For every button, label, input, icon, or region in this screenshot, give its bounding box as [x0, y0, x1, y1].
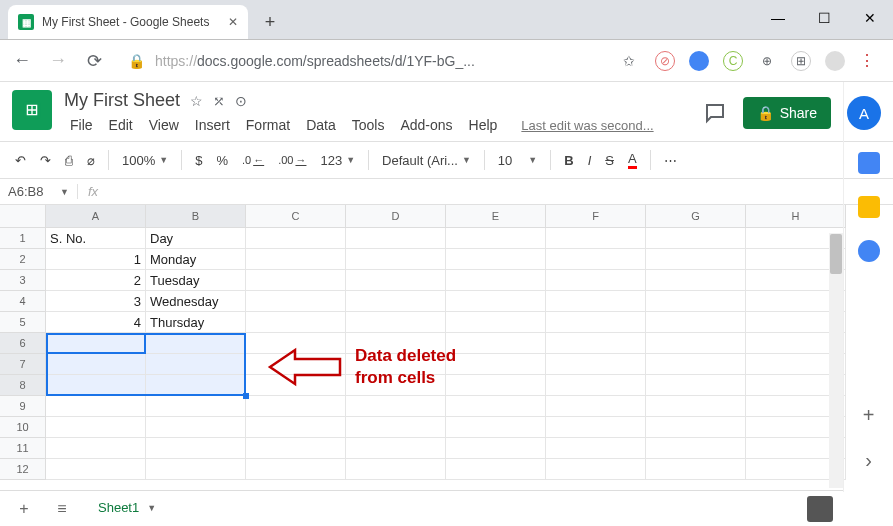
cell-B5[interactable]: Thursday — [146, 312, 246, 333]
menu-help[interactable]: Help — [463, 115, 504, 135]
cell-B9[interactable] — [146, 396, 246, 417]
cell-A9[interactable] — [46, 396, 146, 417]
cell-C10[interactable] — [246, 417, 346, 438]
cell-E5[interactable] — [446, 312, 546, 333]
ext-icon-2[interactable] — [689, 51, 709, 71]
cell-C1[interactable] — [246, 228, 346, 249]
percent-button[interactable]: % — [211, 149, 233, 172]
menu-addons[interactable]: Add-ons — [394, 115, 458, 135]
row-header-5[interactable]: 5 — [0, 312, 46, 333]
select-all-corner[interactable] — [0, 205, 46, 228]
tab-close-icon[interactable]: ✕ — [228, 15, 238, 29]
spreadsheet-grid[interactable]: ABCDEFGH1S. No.Day21Monday32Tuesday43Wed… — [0, 205, 846, 480]
profile-avatar[interactable] — [825, 51, 845, 71]
cell-E7[interactable] — [446, 354, 546, 375]
nav-reload[interactable]: ⟳ — [80, 47, 108, 75]
cell-G4[interactable] — [646, 291, 746, 312]
cell-D10[interactable] — [346, 417, 446, 438]
cell-G6[interactable] — [646, 333, 746, 354]
col-header-E[interactable]: E — [446, 205, 546, 228]
cell-D9[interactable] — [346, 396, 446, 417]
cell-A7[interactable] — [46, 354, 146, 375]
document-title[interactable]: My First Sheet — [64, 90, 180, 111]
nav-forward[interactable]: → — [44, 47, 72, 75]
menu-view[interactable]: View — [143, 115, 185, 135]
cell-D12[interactable] — [346, 459, 446, 480]
menu-edit[interactable]: Edit — [103, 115, 139, 135]
browser-tab[interactable]: ▦ My First Sheet - Google Sheets ✕ — [8, 5, 248, 39]
url-field[interactable]: 🔒 https://docs.google.com/spreadsheets/d… — [116, 53, 647, 69]
ext-menu-icon[interactable]: ⊞ — [791, 51, 811, 71]
calendar-app-icon[interactable] — [858, 152, 880, 174]
browser-menu-icon[interactable]: ⋮ — [859, 51, 875, 70]
last-edit-link[interactable]: Last edit was second... — [515, 116, 659, 135]
cell-A12[interactable] — [46, 459, 146, 480]
menu-insert[interactable]: Insert — [189, 115, 236, 135]
cell-C11[interactable] — [246, 438, 346, 459]
window-close[interactable]: ✕ — [847, 3, 893, 33]
cell-A11[interactable] — [46, 438, 146, 459]
cell-F3[interactable] — [546, 270, 646, 291]
cell-B2[interactable]: Monday — [146, 249, 246, 270]
cell-E11[interactable] — [446, 438, 546, 459]
window-minimize[interactable]: — — [755, 3, 801, 33]
cell-A5[interactable]: 4 — [46, 312, 146, 333]
tasks-app-icon[interactable] — [858, 240, 880, 262]
cell-G3[interactable] — [646, 270, 746, 291]
cell-F4[interactable] — [546, 291, 646, 312]
ext-icon-1[interactable]: ⊘ — [655, 51, 675, 71]
cell-F10[interactable] — [546, 417, 646, 438]
cell-A6[interactable] — [46, 333, 146, 354]
cell-G12[interactable] — [646, 459, 746, 480]
keep-app-icon[interactable] — [858, 196, 880, 218]
cell-F11[interactable] — [546, 438, 646, 459]
ext-icon-4[interactable]: ⊕ — [757, 51, 777, 71]
cell-F8[interactable] — [546, 375, 646, 396]
add-app-button[interactable]: + — [863, 404, 875, 427]
cell-F5[interactable] — [546, 312, 646, 333]
all-sheets-button[interactable]: ≡ — [48, 495, 76, 523]
bold-button[interactable]: B — [559, 149, 578, 172]
cell-D5[interactable] — [346, 312, 446, 333]
cell-A4[interactable]: 3 — [46, 291, 146, 312]
cell-B8[interactable] — [146, 375, 246, 396]
cell-A10[interactable] — [46, 417, 146, 438]
cell-G5[interactable] — [646, 312, 746, 333]
row-header-7[interactable]: 7 — [0, 354, 46, 375]
cell-E6[interactable] — [446, 333, 546, 354]
cell-E1[interactable] — [446, 228, 546, 249]
star-icon[interactable]: ☆ — [190, 93, 203, 109]
print-button[interactable]: ⎙ — [60, 149, 78, 172]
cell-A1[interactable]: S. No. — [46, 228, 146, 249]
undo-button[interactable]: ↶ — [10, 149, 31, 172]
more-formats-dropdown[interactable]: 123▼ — [315, 149, 360, 172]
cell-E3[interactable] — [446, 270, 546, 291]
sheets-logo-icon[interactable] — [12, 90, 52, 130]
cell-B1[interactable]: Day — [146, 228, 246, 249]
font-size-dropdown[interactable]: 10▼ — [493, 149, 542, 172]
cell-E10[interactable] — [446, 417, 546, 438]
cell-B12[interactable] — [146, 459, 246, 480]
cell-C12[interactable] — [246, 459, 346, 480]
cell-A3[interactable]: 2 — [46, 270, 146, 291]
sheet-tab-1[interactable]: Sheet1▼ — [86, 494, 168, 523]
menu-tools[interactable]: Tools — [346, 115, 391, 135]
cell-G9[interactable] — [646, 396, 746, 417]
menu-format[interactable]: Format — [240, 115, 296, 135]
collapse-panel-icon[interactable]: › — [865, 449, 872, 472]
move-icon[interactable]: ⤱ — [213, 93, 225, 109]
menu-file[interactable]: File — [64, 115, 99, 135]
cell-E8[interactable] — [446, 375, 546, 396]
zoom-dropdown[interactable]: 100%▼ — [117, 149, 173, 172]
cell-F2[interactable] — [546, 249, 646, 270]
cell-E4[interactable] — [446, 291, 546, 312]
cell-G1[interactable] — [646, 228, 746, 249]
cell-A8[interactable] — [46, 375, 146, 396]
cell-C9[interactable] — [246, 396, 346, 417]
cell-B4[interactable]: Wednesday — [146, 291, 246, 312]
cell-B6[interactable] — [146, 333, 246, 354]
cell-G7[interactable] — [646, 354, 746, 375]
font-dropdown[interactable]: Default (Ari...▼ — [377, 149, 476, 172]
ext-icon-3[interactable]: C — [723, 51, 743, 71]
cell-F6[interactable] — [546, 333, 646, 354]
